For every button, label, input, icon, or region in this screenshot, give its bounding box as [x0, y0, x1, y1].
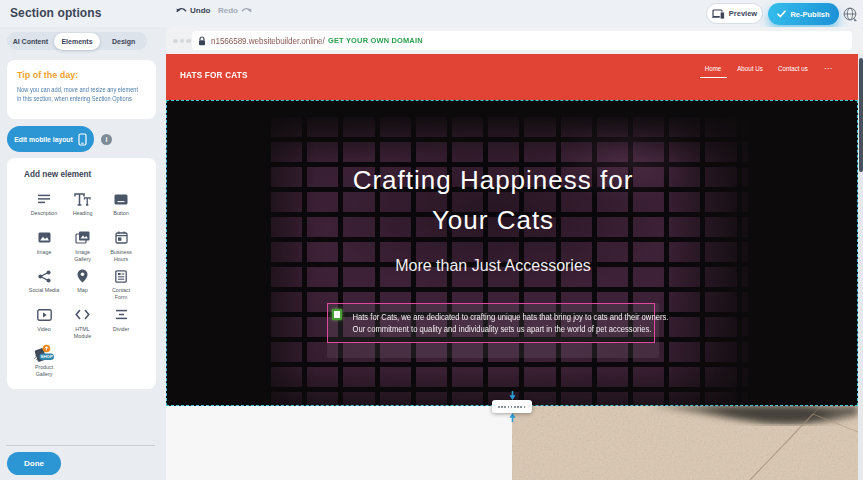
redo-icon — [241, 6, 252, 15]
element-html-module[interactable]: HTML Module — [61, 307, 105, 341]
element-label: Heading — [61, 210, 105, 217]
redo-button[interactable]: Redo — [218, 6, 252, 15]
nav-contact-us[interactable]: Contact us — [778, 64, 808, 73]
add-new-element-panel: Add new element Description Heading Butt… — [7, 158, 156, 389]
element-description[interactable]: Description — [22, 191, 66, 217]
undo-icon — [176, 6, 187, 15]
image-icon — [38, 232, 51, 243]
tab-design[interactable]: Design — [100, 32, 147, 50]
hero-section[interactable]: Crafting Happiness forYour Cats More tha… — [166, 100, 858, 406]
tab-elements[interactable]: Elements — [54, 33, 101, 50]
nav-home-underline — [700, 77, 727, 78]
business-hours-icon — [115, 231, 128, 244]
preview-area: n1566589.websitebuilder.online/ GET YOUR… — [166, 27, 863, 480]
sidebar-tabs: AI Content Elements Design — [7, 32, 147, 50]
element-image-gallery[interactable]: Image Gallery — [61, 230, 105, 264]
pavement-photo — [512, 406, 858, 480]
page-title: Section options — [10, 6, 102, 20]
element-contact-form[interactable]: Contact Form — [99, 268, 143, 302]
site-url: n1566589.websitebuilder.online/ — [211, 36, 325, 46]
site-viewport: HATS FOR CATS Home About Us Contact us ⋯… — [166, 54, 858, 480]
sidebar-divider — [6, 445, 155, 446]
window-dot-3 — [186, 39, 191, 44]
map-pin-icon — [77, 269, 88, 283]
preview-button[interactable]: Preview — [706, 3, 763, 24]
nav-about-us[interactable]: About Us — [737, 64, 763, 73]
element-label: Contact Form — [99, 287, 143, 302]
done-button[interactable]: Done — [7, 452, 61, 475]
browser-addressbar: n1566589.websitebuilder.online/ GET YOUR… — [166, 27, 863, 54]
divider-icon — [115, 309, 128, 320]
heading-icon — [74, 193, 91, 206]
element-label: Image — [22, 249, 66, 256]
element-heading[interactable]: Heading — [61, 191, 105, 217]
element-label: Button — [99, 210, 143, 217]
element-label: Divider — [99, 326, 143, 333]
app: Section options Undo Redo Preview Re-Pub… — [0, 0, 863, 480]
nav-more-button[interactable]: ⋯ — [824, 64, 832, 73]
svg-text:SHOP: SHOP — [41, 354, 54, 359]
hero-content: Crafting Happiness forYour Cats More tha… — [166, 100, 820, 406]
devices-icon — [712, 9, 725, 19]
phone-icon — [78, 133, 87, 146]
button-icon — [114, 194, 128, 205]
hero-body-line1: Hats for Cats, we are dedicated to craft… — [352, 311, 629, 324]
site-nav: Home About Us Contact us ⋯ — [166, 54, 858, 100]
globe-icon — [842, 6, 858, 22]
tab-ai-content[interactable]: AI Content — [7, 32, 54, 50]
sidebar: AI Content Elements Design Tip of the da… — [0, 27, 165, 480]
tip-body: Now you can add, move and resize any ele… — [17, 85, 146, 104]
get-your-own-domain-link[interactable]: GET YOUR OWN DOMAIN — [328, 36, 423, 45]
element-label: Map — [61, 287, 105, 294]
nav-home[interactable]: Home — [705, 64, 722, 73]
section-resize-handle[interactable] — [492, 386, 532, 426]
window-dot-1 — [173, 39, 178, 44]
add-panel-title: Add new element — [24, 170, 156, 179]
element-label: Video — [22, 326, 66, 333]
resize-handle-dots — [498, 406, 526, 408]
republish-button[interactable]: Re-Publish — [768, 3, 839, 25]
url-field[interactable]: n1566589.websitebuilder.online/ GET YOUR… — [192, 31, 852, 50]
site-header: HATS FOR CATS Home About Us Contact us ⋯ — [166, 54, 858, 100]
social-media-icon — [38, 270, 51, 283]
window-dot-2 — [180, 39, 185, 44]
element-label: Product Gallery — [22, 364, 66, 379]
hero-title: Crafting Happiness forYour Cats — [166, 160, 820, 240]
element-label: Business Hours — [99, 249, 143, 264]
element-label: Social Media — [22, 287, 66, 294]
info-icon[interactable]: i — [101, 134, 112, 145]
scrollbar-thumb[interactable] — [859, 58, 863, 172]
resize-arrow-down-icon — [509, 391, 516, 400]
contact-form-icon — [115, 270, 127, 283]
tip-of-the-day-card: Tip of the day: Now you can add, move an… — [7, 60, 156, 119]
hero-subtitle: More than Just Accessories — [166, 257, 820, 275]
element-business-hours[interactable]: Business Hours — [99, 230, 143, 264]
topbar: Section options Undo Redo Preview Re-Pub… — [0, 0, 863, 27]
element-label: Description — [22, 210, 66, 217]
language-globe-button[interactable] — [842, 5, 859, 22]
element-label: HTML Module — [61, 326, 105, 341]
edit-mobile-layout-button[interactable]: Edit mobile layout — [7, 126, 94, 152]
element-video[interactable]: Video — [22, 307, 66, 333]
edit-mobile-row: Edit mobile layout i — [7, 126, 112, 152]
tip-title: Tip of the day: — [17, 70, 146, 80]
selected-text-element[interactable]: Hats for Cats, we are dedicated to craft… — [327, 303, 655, 343]
element-product-gallery[interactable]: SHOP Product Gallery — [22, 345, 66, 379]
element-label: Image Gallery — [61, 249, 105, 264]
resize-arrow-up-icon — [509, 413, 516, 422]
description-icon — [37, 193, 51, 205]
check-icon — [777, 10, 786, 18]
image-gallery-icon — [75, 231, 90, 244]
lock-icon — [198, 36, 206, 46]
element-map[interactable]: Map — [61, 268, 105, 294]
element-social-media[interactable]: Social Media — [22, 268, 66, 294]
hero-body-line2: Our commitment to quality and individual… — [352, 323, 629, 336]
preview-scrollbar — [858, 54, 863, 480]
video-icon — [37, 309, 52, 321]
element-image[interactable]: Image — [22, 230, 66, 256]
element-divider[interactable]: Divider — [99, 307, 143, 333]
product-gallery-icon: SHOP — [33, 344, 55, 363]
selection-drag-handle[interactable] — [332, 309, 342, 320]
undo-button[interactable]: Undo — [176, 6, 210, 15]
element-button[interactable]: Button — [99, 191, 143, 217]
